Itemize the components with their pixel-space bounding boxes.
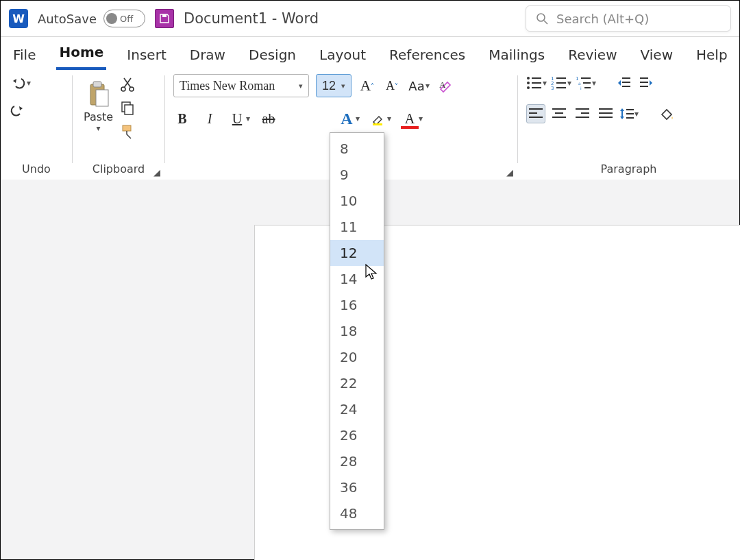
decrease-indent-button[interactable] <box>615 74 633 92</box>
group-undo: ▾ Undo <box>1 70 72 180</box>
ribbon-tabs: File Home Insert Draw Design Layout Refe… <box>1 37 739 70</box>
svg-rect-12 <box>373 123 382 125</box>
autosave-state: Off <box>120 14 133 24</box>
font-size-combo[interactable]: 12 ▾ <box>316 74 352 97</box>
font-size-option[interactable]: 8 <box>330 136 384 162</box>
numbered-list-icon: 123 <box>551 75 567 90</box>
font-size-option[interactable]: 28 <box>330 448 384 474</box>
tab-layout[interactable]: Layout <box>317 41 369 70</box>
copy-icon[interactable] <box>120 100 135 115</box>
tab-review[interactable]: Review <box>565 41 619 70</box>
save-icon[interactable] <box>155 9 174 28</box>
indent-icon <box>639 75 654 90</box>
font-name-value: Times New Roman <box>180 79 275 93</box>
font-size-dropdown[interactable]: 8 9 10 11 12 14 16 18 20 22 24 26 28 36 … <box>330 132 384 530</box>
change-case-button[interactable]: Aa▾ <box>408 77 430 95</box>
strikethrough-button[interactable]: ab <box>260 110 278 127</box>
group-clipboard: Paste ▾ Clipboard ◢ <box>73 70 164 180</box>
dialog-launcher-icon[interactable]: ◢ <box>506 167 513 178</box>
font-size-option[interactable]: 14 <box>330 266 384 292</box>
paste-label: Paste <box>84 110 113 123</box>
toggle-switch[interactable]: Off <box>103 10 145 27</box>
tab-view[interactable]: View <box>638 41 676 70</box>
multilevel-list-button[interactable]: 1ai▾ <box>576 75 596 90</box>
chevron-down-icon: ▾ <box>299 82 303 90</box>
cut-icon[interactable] <box>120 77 135 92</box>
autosave-label: AutoSave <box>38 12 97 26</box>
titlebar: W AutoSave Off Document1 - Word Search (… <box>1 1 739 37</box>
autosave-toggle[interactable]: AutoSave Off <box>38 10 145 27</box>
tab-help[interactable]: Help <box>693 41 730 70</box>
group-label-undo: Undo <box>9 162 64 177</box>
undo-button[interactable]: ▾ <box>9 74 31 92</box>
line-spacing-button[interactable]: ▾ <box>619 106 639 121</box>
redo-icon <box>9 101 27 119</box>
search-placeholder: Search (Alt+Q) <box>556 12 649 26</box>
font-color-button[interactable]: A▾ <box>401 110 423 127</box>
justify-button[interactable] <box>596 104 615 123</box>
italic-button[interactable]: I <box>201 110 219 127</box>
font-size-option[interactable]: 48 <box>330 500 384 526</box>
bullets-button[interactable]: ▾ <box>526 75 547 90</box>
font-size-option[interactable]: 20 <box>330 344 384 370</box>
toggle-dot-icon <box>106 13 117 24</box>
outdent-icon <box>617 75 632 90</box>
svg-point-15 <box>527 82 530 84</box>
tab-draw[interactable]: Draw <box>187 41 228 70</box>
shading-button[interactable] <box>658 105 676 123</box>
font-size-option[interactable]: 26 <box>330 422 384 448</box>
dialog-launcher-icon[interactable]: ◢ <box>153 167 160 178</box>
search-box[interactable]: Search (Alt+Q) <box>526 5 731 32</box>
tab-design[interactable]: Design <box>246 41 299 70</box>
document-page[interactable] <box>254 225 740 560</box>
font-size-option[interactable]: 10 <box>330 188 384 214</box>
svg-rect-10 <box>123 125 131 131</box>
shrink-font-button[interactable]: A˅ <box>383 77 401 95</box>
tab-insert[interactable]: Insert <box>124 41 169 70</box>
chevron-down-icon: ▾ <box>97 123 101 133</box>
svg-point-6 <box>121 87 125 91</box>
format-painter-icon[interactable] <box>120 123 135 138</box>
font-size-option[interactable]: 36 <box>330 474 384 500</box>
align-left-icon <box>529 108 543 120</box>
align-center-button[interactable] <box>550 104 569 123</box>
tab-mailings[interactable]: Mailings <box>486 41 547 70</box>
group-paragraph: ▾ 123▾ 1ai▾ ▾ Paragraph <box>518 70 739 180</box>
align-right-button[interactable] <box>573 104 592 123</box>
font-size-option[interactable]: 18 <box>330 318 384 344</box>
svg-text:a: a <box>578 81 581 86</box>
increase-indent-button[interactable] <box>637 74 655 92</box>
tab-file[interactable]: File <box>10 41 38 70</box>
clear-formatting-button[interactable]: A <box>436 77 454 95</box>
svg-point-17 <box>527 86 530 89</box>
font-size-option[interactable]: 16 <box>330 292 384 318</box>
grow-font-button[interactable]: A˄ <box>358 77 376 95</box>
numbering-button[interactable]: 123▾ <box>551 75 571 90</box>
highlight-button[interactable]: ▾ <box>369 110 391 127</box>
tab-references[interactable]: References <box>386 41 468 70</box>
font-size-option[interactable]: 9 <box>330 162 384 188</box>
clipboard-icon <box>86 80 111 110</box>
group-label-clipboard: Clipboard <box>81 162 156 177</box>
redo-button[interactable] <box>9 101 64 122</box>
bold-button[interactable]: B <box>173 110 191 127</box>
multilevel-list-icon: 1ai <box>576 75 592 90</box>
text-effects-button[interactable]: A▾ <box>338 110 360 127</box>
justify-icon <box>599 108 613 120</box>
tab-home[interactable]: Home <box>56 38 106 70</box>
font-size-option[interactable]: 22 <box>330 370 384 396</box>
font-size-option[interactable]: 24 <box>330 396 384 422</box>
underline-button[interactable]: U▾ <box>228 110 250 127</box>
font-size-option[interactable]: 11 <box>330 214 384 240</box>
align-center-icon <box>552 108 566 120</box>
align-left-button[interactable] <box>526 104 545 123</box>
svg-rect-4 <box>93 82 101 87</box>
svg-point-1 <box>537 14 545 21</box>
font-size-option[interactable]: 12 <box>330 240 384 266</box>
paint-bucket-icon <box>659 106 674 121</box>
font-name-combo[interactable]: Times New Roman ▾ <box>173 74 309 97</box>
svg-point-13 <box>527 77 530 80</box>
svg-rect-0 <box>162 14 166 17</box>
word-app-icon: W <box>9 9 28 28</box>
paste-button[interactable]: Paste ▾ <box>81 74 116 138</box>
